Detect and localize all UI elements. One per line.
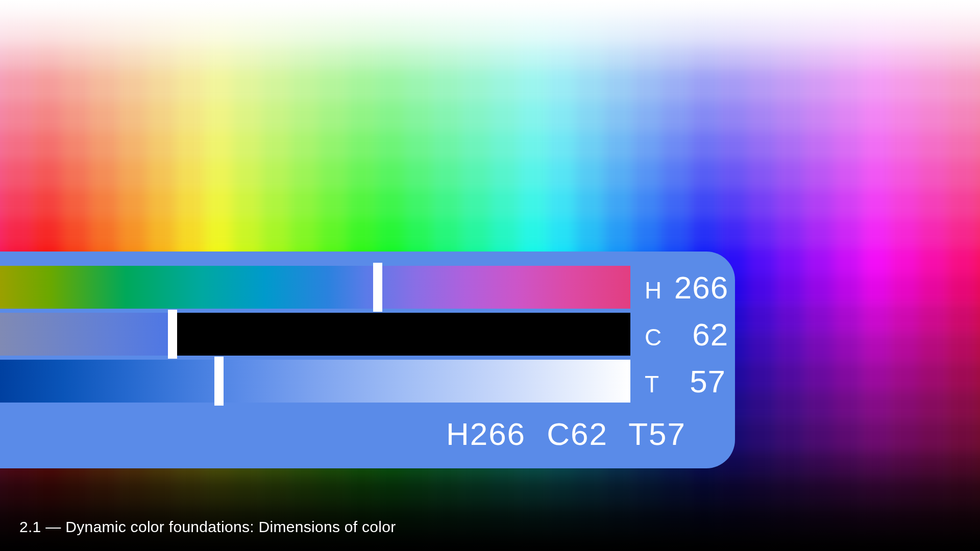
hue-readout: H 266 <box>645 269 728 306</box>
chroma-key: C <box>645 323 662 351</box>
hue-value: 266 <box>672 269 728 306</box>
tone-key: T <box>645 370 659 398</box>
top-white-fade <box>0 0 980 71</box>
chroma-value: 62 <box>672 316 728 353</box>
tone-value: 57 <box>670 363 726 399</box>
hue-slider-thumb[interactable] <box>373 263 382 312</box>
chroma-readout: C 62 <box>645 316 728 353</box>
chroma-slider-track[interactable] <box>0 313 630 356</box>
chroma-gradient <box>0 313 630 356</box>
tone-slider-thumb[interactable] <box>214 357 224 406</box>
chroma-row: C 62 <box>0 313 710 356</box>
slide-caption: 2.1 — Dynamic color foundations: Dimensi… <box>19 518 396 536</box>
hue-key: H <box>645 277 662 304</box>
chroma-slider-thumb[interactable] <box>168 310 177 359</box>
tone-slider-track[interactable] <box>0 360 630 403</box>
hue-slider-track[interactable] <box>0 266 630 309</box>
tone-row: T 57 <box>0 360 710 403</box>
hct-panel: H 266 C 62 T 57 H266 C62 T57 <box>0 252 735 468</box>
tone-readout: T 57 <box>645 363 726 399</box>
hue-row: H 266 <box>0 266 710 309</box>
hct-summary: H266 C62 T57 <box>0 407 710 452</box>
